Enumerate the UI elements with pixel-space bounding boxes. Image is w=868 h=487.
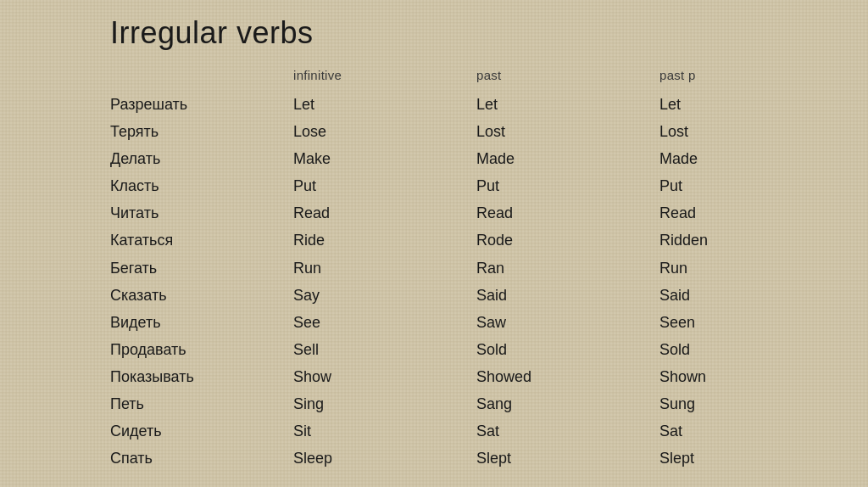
cell-infinitive-7: Say bbox=[293, 282, 476, 309]
cell-past-1: Lost bbox=[476, 118, 659, 145]
table-row: КататьсяRideRodeRidden bbox=[110, 227, 843, 254]
table-row: БегатьRunRanRun bbox=[110, 255, 843, 282]
cell-past-3: Put bbox=[476, 172, 659, 199]
header-pastp: past p bbox=[659, 68, 843, 91]
cell-infinitive-2: Make bbox=[293, 145, 476, 172]
cell-infinitive-3: Put bbox=[293, 172, 476, 199]
cell-past-11: Sang bbox=[476, 390, 659, 417]
cell-russian-11: Петь bbox=[110, 390, 293, 417]
cell-russian-8: Видеть bbox=[110, 309, 293, 336]
cell-infinitive-8: See bbox=[293, 309, 476, 336]
table-row: ЧитатьReadReadRead bbox=[110, 199, 843, 227]
cell-pastp-8: Seen bbox=[659, 309, 843, 336]
cell-infinitive-6: Run bbox=[293, 255, 476, 282]
cell-past-6: Ran bbox=[476, 255, 659, 282]
cell-russian-10: Показывать bbox=[110, 363, 293, 390]
table-row: ПоказыватьShowShowedShown bbox=[110, 363, 843, 390]
cell-pastp-3: Put bbox=[659, 172, 843, 199]
cell-infinitive-9: Sell bbox=[293, 336, 476, 363]
cell-infinitive-10: Show bbox=[293, 363, 476, 390]
table-row: СказатьSaySaidSaid bbox=[110, 282, 843, 309]
table-header-row: infinitive past past p bbox=[110, 68, 843, 91]
cell-past-13: Slept bbox=[476, 445, 659, 472]
table-row: СпатьSleepSleptSlept bbox=[110, 445, 843, 472]
table-row: СидетьSitSatSat bbox=[110, 417, 843, 445]
cell-pastp-4: Read bbox=[659, 199, 843, 227]
header-russian bbox=[110, 68, 293, 91]
page-title: Irregular verbs bbox=[110, 15, 843, 51]
cell-infinitive-11: Sing bbox=[293, 390, 476, 417]
cell-pastp-9: Sold bbox=[659, 336, 843, 363]
cell-russian-5: Кататься bbox=[110, 227, 293, 254]
cell-past-9: Sold bbox=[476, 336, 659, 363]
cell-pastp-2: Made bbox=[659, 145, 843, 172]
cell-pastp-1: Lost bbox=[659, 118, 843, 145]
cell-russian-4: Читать bbox=[110, 199, 293, 227]
cell-past-0: Let bbox=[476, 91, 659, 118]
cell-infinitive-13: Sleep bbox=[293, 445, 476, 472]
cell-russian-7: Сказать bbox=[110, 282, 293, 309]
cell-past-5: Rode bbox=[476, 227, 659, 254]
table-row: КластьPutPutPut bbox=[110, 172, 843, 199]
cell-infinitive-0: Let bbox=[293, 91, 476, 118]
cell-infinitive-1: Lose bbox=[293, 118, 476, 145]
cell-past-10: Showed bbox=[476, 363, 659, 390]
table-row: РазрешатьLetLetLet bbox=[110, 91, 843, 118]
cell-past-2: Made bbox=[476, 145, 659, 172]
cell-pastp-7: Said bbox=[659, 282, 843, 309]
verbs-table: infinitive past past p РазрешатьLetLetLe… bbox=[110, 68, 843, 472]
cell-infinitive-5: Ride bbox=[293, 227, 476, 254]
cell-pastp-12: Sat bbox=[659, 417, 843, 445]
cell-russian-3: Класть bbox=[110, 172, 293, 199]
cell-past-8: Saw bbox=[476, 309, 659, 336]
table-row: ПродаватьSellSoldSold bbox=[110, 336, 843, 363]
cell-russian-12: Сидеть bbox=[110, 417, 293, 445]
cell-russian-6: Бегать bbox=[110, 255, 293, 282]
cell-past-4: Read bbox=[476, 199, 659, 227]
header-infinitive: infinitive bbox=[293, 68, 476, 91]
cell-russian-1: Терять bbox=[110, 118, 293, 145]
cell-past-7: Said bbox=[476, 282, 659, 309]
table-row: ВидетьSeeSawSeen bbox=[110, 309, 843, 336]
table-row: ТерятьLoseLostLost bbox=[110, 118, 843, 145]
table-row: ПетьSingSangSung bbox=[110, 390, 843, 417]
cell-past-12: Sat bbox=[476, 417, 659, 445]
cell-pastp-11: Sung bbox=[659, 390, 843, 417]
cell-pastp-13: Slept bbox=[659, 445, 843, 472]
cell-russian-13: Спать bbox=[110, 445, 293, 472]
verbs-table-container: infinitive past past p РазрешатьLetLetLe… bbox=[110, 68, 843, 472]
cell-pastp-10: Shown bbox=[659, 363, 843, 390]
cell-infinitive-12: Sit bbox=[293, 417, 476, 445]
cell-russian-9: Продавать bbox=[110, 336, 293, 363]
cell-pastp-0: Let bbox=[659, 91, 843, 118]
page: Irregular verbs infinitive past past p Р… bbox=[0, 0, 868, 487]
cell-infinitive-4: Read bbox=[293, 199, 476, 227]
cell-pastp-5: Ridden bbox=[659, 227, 843, 254]
header-past: past bbox=[476, 68, 659, 91]
cell-russian-0: Разрешать bbox=[110, 91, 293, 118]
cell-pastp-6: Run bbox=[659, 255, 843, 282]
cell-russian-2: Делать bbox=[110, 145, 293, 172]
table-row: ДелатьMakeMadeMade bbox=[110, 145, 843, 172]
